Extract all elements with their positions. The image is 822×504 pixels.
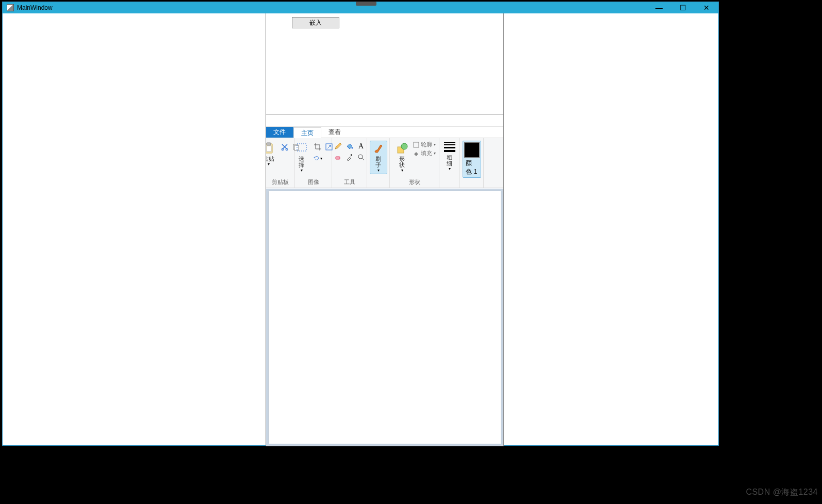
paint-window: 文件 主页 查看 粘贴 ▾: [266, 115, 503, 446]
ribbon: 粘贴 ▾ 剪贴板: [266, 138, 503, 188]
color1-label: 颜 色 1: [466, 159, 477, 176]
eraser-tool[interactable]: [333, 152, 343, 162]
canvas-area: [266, 189, 503, 446]
embedded-panel: 嵌入 文件 主页 查看: [266, 13, 504, 446]
embed-button[interactable]: 嵌入: [292, 17, 339, 28]
group-color1: 颜 色 1: [460, 138, 484, 188]
text-tool[interactable]: A: [356, 141, 366, 151]
select-label: 选 择: [299, 156, 304, 168]
outline-label: 轮廓: [421, 141, 432, 148]
shapes-icon: [396, 142, 408, 155]
thickness-button[interactable]: 粗 细 ▾: [441, 141, 458, 173]
brush-label: 刷 子: [375, 156, 381, 168]
rotate-button[interactable]: ▾: [313, 153, 323, 163]
paste-icon: [266, 142, 275, 155]
brush-button[interactable]: 刷 子 ▾: [370, 141, 387, 174]
color1-button[interactable]: 颜 色 1: [463, 141, 481, 178]
paste-label: 粘贴: [266, 156, 274, 162]
main-window: MainWindow — ☐ ✕ 嵌入 文件 主页 查看: [2, 2, 719, 446]
paste-dropdown-icon: ▾: [268, 162, 270, 166]
watermark: CSDN @海盗1234: [746, 487, 818, 498]
svg-rect-1: [267, 143, 271, 145]
group-color1-spacer: [463, 179, 480, 188]
tab-file[interactable]: 文件: [266, 127, 293, 138]
group-clipboard-label: 剪贴板: [269, 177, 291, 188]
fill-button[interactable]: 填充 ▾: [413, 149, 436, 157]
pencil-tool[interactable]: [333, 141, 343, 151]
svg-point-9: [351, 147, 353, 149]
ribbon-tabs: 文件 主页 查看: [266, 127, 503, 138]
group-shapes-label: 形状: [393, 177, 436, 188]
paint-canvas[interactable]: [269, 191, 501, 444]
group-brush: 刷 子 ▾: [367, 138, 390, 188]
svg-rect-2: [267, 146, 271, 152]
app-icon: [7, 4, 14, 11]
magnifier-tool[interactable]: [356, 152, 366, 162]
svg-rect-11: [336, 157, 340, 159]
group-tools-label: 工具: [335, 177, 364, 188]
thickness-icon: [444, 142, 455, 152]
picker-tool[interactable]: [344, 152, 355, 162]
quick-access-toolbar: [266, 115, 503, 127]
thickness-label: 粗 细: [447, 154, 452, 166]
group-image-label: 图像: [298, 177, 328, 188]
svg-rect-16: [414, 142, 419, 147]
shapes-button[interactable]: 形 状 ▾: [393, 141, 411, 174]
group-shapes: 形 状 ▾ 轮廓 ▾: [390, 138, 439, 188]
shapes-dropdown-icon: ▾: [401, 168, 403, 173]
image-small-buttons: ▾: [313, 142, 334, 163]
maximize-button[interactable]: ☐: [671, 2, 695, 13]
group-brush-spacer: [370, 179, 386, 188]
crop-button[interactable]: [313, 142, 323, 152]
select-icon: [295, 142, 308, 155]
paste-button[interactable]: 粘贴 ▾: [266, 141, 277, 168]
thickness-dropdown-icon: ▾: [449, 166, 451, 171]
svg-point-13: [358, 155, 363, 159]
brush-dropdown-icon: ▾: [377, 168, 380, 173]
color1-swatch: [464, 142, 480, 158]
select-button[interactable]: 选 择 ▾: [293, 141, 310, 174]
outline-icon: [413, 142, 419, 148]
group-image: 选 择 ▾ ▾ 图像: [295, 138, 332, 188]
brush-icon: [372, 142, 385, 155]
shapes-label: 形 状: [399, 156, 405, 168]
top-host-panel: 嵌入: [266, 13, 503, 114]
fill-tool[interactable]: [344, 141, 355, 151]
select-dropdown-icon: ▾: [301, 168, 303, 173]
close-button[interactable]: ✕: [695, 2, 718, 13]
outline-button[interactable]: 轮廓 ▾: [413, 141, 436, 148]
window-title: MainWindow: [17, 4, 53, 11]
group-clipboard: 粘贴 ▾ 剪贴板: [266, 138, 295, 188]
shapes-options: 轮廓 ▾ 填充 ▾: [413, 141, 436, 157]
window-drag-handle[interactable]: [356, 2, 376, 6]
cut-button[interactable]: [280, 142, 290, 152]
group-tools: A 工具: [332, 138, 367, 188]
tab-view[interactable]: 查看: [321, 127, 349, 138]
client-area: 嵌入 文件 主页 查看: [3, 13, 718, 445]
fill-icon: [413, 150, 419, 157]
group-thickness-spacer: [442, 179, 456, 188]
svg-text:A: A: [358, 142, 364, 150]
minimize-button[interactable]: —: [647, 2, 671, 13]
svg-rect-12: [351, 154, 352, 156]
svg-point-15: [401, 143, 407, 149]
svg-rect-7: [297, 144, 306, 151]
group-thickness: 粗 细 ▾: [439, 138, 460, 188]
fill-label: 填充: [421, 149, 432, 157]
tools-grid: A: [333, 141, 366, 162]
tab-home[interactable]: 主页: [293, 127, 321, 138]
